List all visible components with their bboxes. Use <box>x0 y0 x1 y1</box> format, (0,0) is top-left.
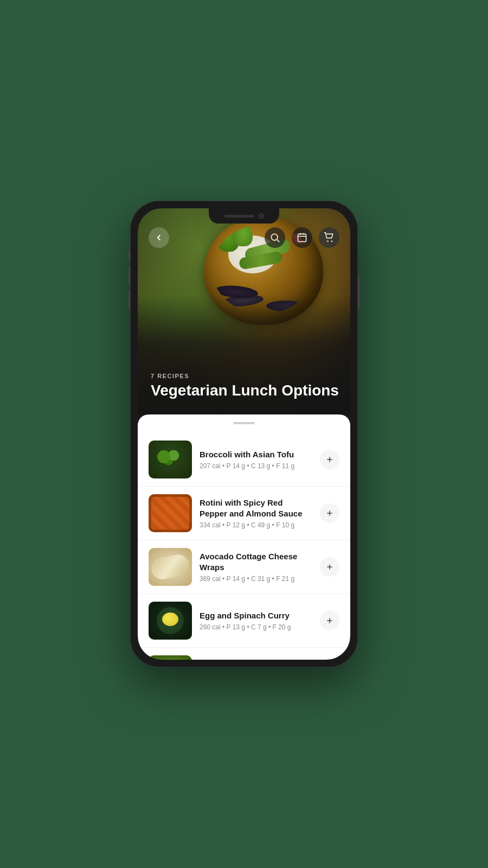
recipe-thumbnail <box>149 494 192 532</box>
recipe-info: Keralan Plant Based Chicken Curry 250 ca… <box>200 659 312 660</box>
recipe-item[interactable]: Avocado Cottage Cheese Wraps 369 cal • P… <box>138 540 350 594</box>
add-recipe-button[interactable] <box>320 503 339 523</box>
recipe-item[interactable]: Keralan Plant Based Chicken Curry 250 ca… <box>138 648 350 660</box>
recipe-thumbnail <box>149 548 192 586</box>
recipes-count: 7 RECIPES <box>151 373 339 379</box>
search-button[interactable] <box>265 227 285 248</box>
recipe-thumbnail <box>149 441 192 478</box>
recipe-name: Rotini with Spicy Red Pepper and Almond … <box>200 497 312 519</box>
recipe-item[interactable]: Egg and Spinach Curry 260 cal • P 13 g •… <box>138 594 350 648</box>
cart-button[interactable] <box>319 227 339 248</box>
recipe-macros: 260 cal • P 13 g • C 7 g • F 20 g <box>200 623 312 631</box>
svg-point-0 <box>271 234 278 240</box>
hero-section: 7 RECIPES Vegetarian Lunch Options <box>138 208 350 414</box>
hero-action-icons <box>265 227 339 248</box>
camera <box>259 213 264 219</box>
recipe-macros: 334 cal • P 12 g • C 49 g • F 10 g <box>200 521 312 529</box>
recipe-info: Avocado Cottage Cheese Wraps 369 cal • P… <box>200 551 312 583</box>
recipe-macros: 207 cal • P 14 g • C 13 g • F 11 g <box>200 462 312 470</box>
svg-point-6 <box>327 240 329 242</box>
add-recipe-button[interactable] <box>320 450 339 469</box>
recipe-name: Avocado Cottage Cheese Wraps <box>200 551 312 572</box>
recipes-list: Broccoli with Asian Tofu 207 cal • P 14 … <box>138 433 350 660</box>
recipe-thumbnail <box>149 602 192 640</box>
svg-rect-2 <box>298 234 306 241</box>
svg-line-1 <box>277 240 280 242</box>
notch <box>209 208 279 224</box>
recipe-item[interactable]: Broccoli with Asian Tofu 207 cal • P 14 … <box>138 433 350 487</box>
hero-nav <box>138 227 350 248</box>
recipe-info: Egg and Spinach Curry 260 cal • P 13 g •… <box>200 610 312 631</box>
phone-frame: 7 RECIPES Vegetarian Lunch Options Brocc… <box>130 201 358 667</box>
drag-handle <box>233 422 255 424</box>
recipes-list-section: Broccoli with Asian Tofu 207 cal • P 14 … <box>138 414 350 660</box>
calendar-button[interactable] <box>292 227 312 248</box>
recipe-info: Rotini with Spicy Red Pepper and Almond … <box>200 497 312 529</box>
phone-screen: 7 RECIPES Vegetarian Lunch Options Brocc… <box>138 208 350 660</box>
recipe-macros: 369 cal • P 14 g • C 31 g • F 21 g <box>200 575 312 583</box>
recipe-name: Broccoli with Asian Tofu <box>200 449 312 460</box>
recipe-name: Egg and Spinach Curry <box>200 610 312 621</box>
screen: 7 RECIPES Vegetarian Lunch Options Brocc… <box>138 208 350 660</box>
hero-title: Vegetarian Lunch Options <box>151 382 339 399</box>
speaker <box>224 215 254 218</box>
back-button[interactable] <box>149 227 169 248</box>
recipe-name: Keralan Plant Based Chicken Curry <box>200 659 312 660</box>
recipe-thumbnail <box>149 655 192 660</box>
add-recipe-button[interactable] <box>320 557 339 577</box>
recipe-info: Broccoli with Asian Tofu 207 cal • P 14 … <box>200 449 312 470</box>
recipe-item[interactable]: Rotini with Spicy Red Pepper and Almond … <box>138 487 350 540</box>
add-recipe-button[interactable] <box>320 611 339 630</box>
svg-point-7 <box>331 240 333 242</box>
hero-text: 7 RECIPES Vegetarian Lunch Options <box>151 373 339 399</box>
